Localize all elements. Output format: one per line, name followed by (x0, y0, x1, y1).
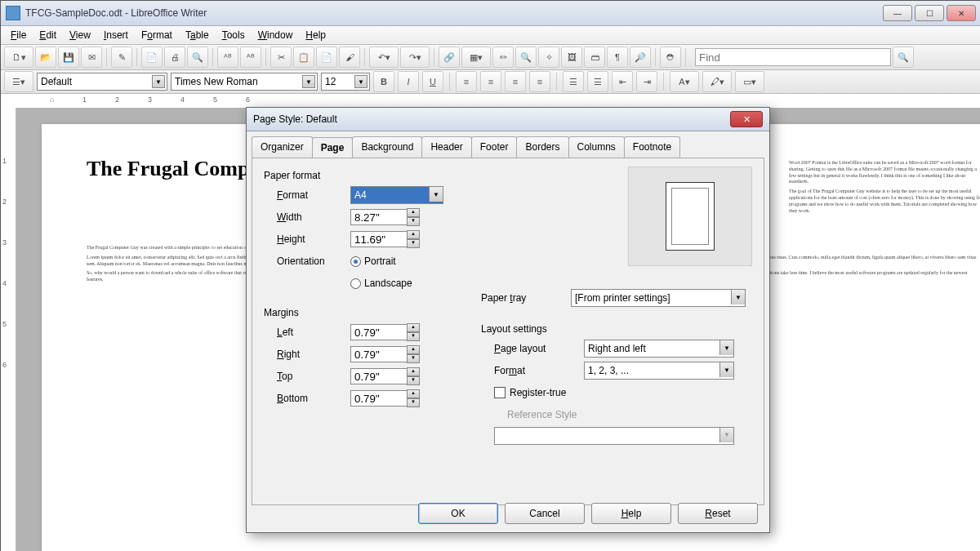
spellcheck-button[interactable]: ᴬᴮ (217, 47, 238, 68)
bold-button[interactable]: B (373, 71, 394, 92)
reset-button[interactable]: Reset (678, 503, 758, 524)
new-button[interactable]: 🗋▾ (4, 47, 33, 68)
margin-top-spinner[interactable]: ▲▼ (350, 367, 420, 385)
spin-down-icon[interactable]: ▼ (407, 217, 420, 226)
paper-tray-select[interactable]: [From printer settings]▼ (571, 289, 746, 307)
align-left-button[interactable]: ≡ (456, 71, 477, 92)
numbered-list-button[interactable]: ☰ (563, 71, 584, 92)
menu-window[interactable]: Window (252, 27, 300, 43)
datasource-button[interactable]: 🗃 (584, 47, 605, 68)
autospell-button[interactable]: ᴬᴮ (240, 47, 261, 68)
minimize-button[interactable]: — (883, 5, 912, 21)
find-input[interactable] (695, 48, 891, 66)
dialog-titlebar[interactable]: Page Style: Default ✕ (247, 108, 769, 131)
align-right-button[interactable]: ≡ (505, 71, 526, 92)
bullet-list-button[interactable]: ☰ (587, 71, 608, 92)
align-justify-button[interactable]: ≡ (529, 71, 550, 92)
dialog-body: Paper format Format A4▼ Width ▲▼ Height … (252, 158, 764, 505)
spin-up-icon[interactable]: ▲ (407, 230, 420, 239)
indent-more-button[interactable]: ⇥ (636, 71, 657, 92)
italic-button[interactable]: I (398, 71, 419, 92)
tab-page[interactable]: Page (312, 137, 354, 158)
styles-button[interactable]: ☰▾ (4, 71, 33, 92)
orientation-landscape-radio[interactable]: Landscape (350, 278, 412, 289)
ok-button[interactable]: OK (418, 503, 498, 524)
paragraph-style-combo[interactable]: Default▼ (37, 73, 167, 91)
find-next-button[interactable]: 🔍 (893, 47, 914, 68)
label-register: Register-true (510, 387, 566, 398)
copy-button[interactable]: 📋 (293, 47, 314, 68)
spin-down-icon[interactable]: ▼ (407, 239, 420, 248)
width-spinner[interactable]: ▲▼ (350, 208, 420, 226)
orientation-portrait-radio[interactable]: Portrait (350, 256, 396, 267)
tab-borders[interactable]: Borders (516, 136, 568, 158)
font-color-button[interactable]: A▾ (670, 71, 699, 92)
zoom-button[interactable]: 🔎 (630, 47, 651, 68)
bgcolor-button[interactable]: ▭▾ (735, 71, 764, 92)
hyperlink-button[interactable]: 🔗 (439, 47, 460, 68)
tab-organizer[interactable]: Organizer (252, 136, 313, 158)
menu-view[interactable]: View (63, 27, 97, 43)
titlebar: TFCG-SampleDoc.odt - LibreOffice Writer … (1, 1, 980, 26)
margin-right-spinner[interactable]: ▲▼ (350, 345, 420, 363)
menu-insert[interactable]: Insert (97, 27, 135, 43)
num-format-select[interactable]: 1, 2, 3, ...▼ (584, 362, 734, 380)
tab-header[interactable]: Header (421, 136, 471, 158)
format-paint-button[interactable]: 🖌 (339, 47, 360, 68)
menu-help[interactable]: Help (299, 27, 332, 43)
find-button[interactable]: 🔍 (515, 47, 537, 68)
undo-button[interactable]: ↶▾ (369, 47, 399, 68)
dialog-close-button[interactable]: ✕ (730, 111, 763, 127)
register-true-checkbox[interactable] (494, 387, 506, 398)
tab-background[interactable]: Background (352, 136, 422, 158)
nonprint-button[interactable]: ¶ (607, 47, 628, 68)
height-spinner[interactable]: ▲▼ (350, 230, 420, 248)
page-preview (628, 167, 752, 266)
paste-button[interactable]: 📄 (316, 47, 337, 68)
indent-less-button[interactable]: ⇤ (612, 71, 633, 92)
vertical-ruler[interactable]: 123456 (1, 108, 16, 551)
margin-left-spinner[interactable]: ▲▼ (350, 323, 420, 341)
cancel-button[interactable]: Cancel (505, 503, 585, 524)
menu-tools[interactable]: Tools (216, 27, 252, 43)
draw-button[interactable]: ✏ (492, 47, 514, 68)
tab-footer[interactable]: Footer (471, 136, 518, 158)
email-button[interactable]: ✉ (81, 47, 102, 68)
gallery-button[interactable]: 🖼 (561, 47, 582, 68)
cut-button[interactable]: ✂ (270, 47, 292, 68)
standard-toolbar: 🗋▾ 📂 💾 ✉ ✎ 📄 🖨 🔍 ᴬᴮ ᴬᴮ ✂ 📋 📄 🖌 ↶▾ ↷▾ 🔗 ▦… (1, 45, 980, 70)
align-center-button[interactable]: ≡ (480, 71, 501, 92)
close-button[interactable]: ✕ (947, 5, 976, 21)
help-button[interactable]: ⛑ (660, 47, 681, 68)
table-button[interactable]: ▦▾ (461, 47, 491, 68)
open-button[interactable]: 📂 (35, 47, 56, 68)
save-button[interactable]: 💾 (58, 47, 79, 68)
spin-up-icon[interactable]: ▲ (407, 208, 420, 217)
edit-doc-button[interactable]: ✎ (111, 47, 132, 68)
label-right: Right (277, 349, 350, 360)
menu-format[interactable]: Format (135, 27, 179, 43)
maximize-button[interactable]: ☐ (915, 5, 944, 21)
page-layout-select[interactable]: Right and left▼ (584, 340, 734, 358)
label-page-layout: Page layout (494, 343, 584, 354)
help-button[interactable]: Help (591, 503, 671, 524)
font-size-combo[interactable]: 12▼ (321, 73, 370, 91)
label-reference-style: Reference Style (507, 409, 577, 420)
tab-columns[interactable]: Columns (568, 136, 625, 158)
tab-footnote[interactable]: Footnote (624, 136, 680, 158)
menu-file[interactable]: File (4, 27, 33, 43)
navigator-button[interactable]: ✧ (538, 47, 559, 68)
menu-edit[interactable]: Edit (33, 27, 63, 43)
pdf-button[interactable]: 📄 (141, 47, 163, 68)
menu-table[interactable]: Table (179, 27, 216, 43)
margin-bottom-spinner[interactable]: ▲▼ (350, 389, 420, 407)
highlight-button[interactable]: 🖍▾ (702, 71, 732, 92)
print-button[interactable]: 🖨 (164, 47, 185, 68)
font-name-combo[interactable]: Times New Roman▼ (171, 73, 318, 91)
paper-format-select[interactable]: A4▼ (350, 186, 443, 204)
label-left: Left (277, 327, 350, 338)
group-margins: Margins (264, 307, 752, 318)
underline-button[interactable]: U (422, 71, 443, 92)
redo-button[interactable]: ↷▾ (400, 47, 430, 68)
preview-button[interactable]: 🔍 (187, 47, 208, 68)
